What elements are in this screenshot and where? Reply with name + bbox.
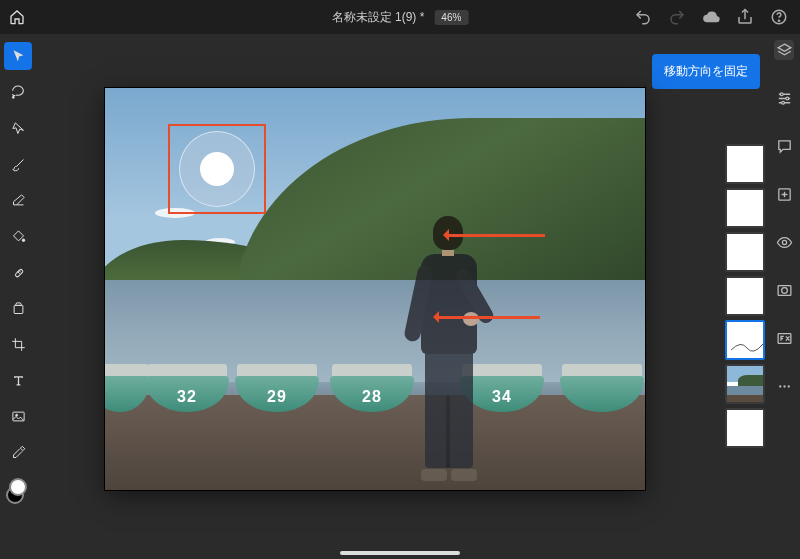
person-subject	[405, 216, 490, 481]
add-layer-icon[interactable]	[774, 184, 794, 204]
boat	[560, 350, 644, 412]
eraser-tool[interactable]	[4, 186, 32, 214]
svg-point-10	[781, 101, 784, 104]
type-tool[interactable]	[4, 366, 32, 394]
share-button[interactable]	[736, 8, 754, 26]
boat: 29	[235, 350, 319, 412]
boat: 28	[330, 350, 414, 412]
layer-thumb[interactable]	[725, 408, 765, 448]
lasso-tool[interactable]	[4, 78, 32, 106]
layer-thumb-selected[interactable]	[725, 320, 765, 360]
svg-rect-15	[778, 333, 791, 343]
properties-panel-icon[interactable]	[774, 88, 794, 108]
undo-button[interactable]	[634, 8, 652, 26]
heal-tool[interactable]	[4, 258, 32, 286]
top-bar: 名称未設定 1(9) * 46%	[0, 0, 800, 34]
visibility-icon[interactable]	[774, 232, 794, 252]
home-indicator	[340, 551, 460, 555]
redo-button[interactable]	[668, 8, 686, 26]
svg-point-3	[22, 239, 25, 242]
touch-ring-icon	[179, 131, 255, 207]
svg-point-14	[781, 287, 787, 293]
svg-point-18	[787, 385, 789, 387]
annotation-arrow	[445, 234, 545, 237]
left-toolbar	[0, 34, 36, 559]
mask-icon[interactable]	[774, 280, 794, 300]
annotation-highlight-box	[168, 124, 266, 214]
layer-thumb[interactable]	[725, 232, 765, 272]
lock-direction-button[interactable]: 移動方向を固定	[652, 54, 760, 89]
layer-thumb[interactable]	[725, 144, 765, 184]
brush-tool[interactable]	[4, 150, 32, 178]
right-panel-strip	[768, 34, 800, 559]
layer-thumb[interactable]	[725, 276, 765, 316]
comments-panel-icon[interactable]	[774, 136, 794, 156]
fill-tool[interactable]	[4, 222, 32, 250]
layer-thumb[interactable]	[725, 188, 765, 228]
document-title: 名称未設定 1(9) *	[332, 9, 425, 26]
home-button[interactable]	[0, 0, 34, 34]
svg-point-12	[782, 240, 786, 244]
svg-point-2	[13, 97, 15, 99]
svg-point-17	[783, 385, 785, 387]
layers-panel	[722, 144, 768, 448]
svg-point-9	[785, 97, 788, 100]
svg-point-8	[780, 92, 783, 95]
zoom-level[interactable]: 46%	[434, 10, 468, 25]
place-image-tool[interactable]	[4, 402, 32, 430]
color-swatch[interactable]	[6, 478, 30, 502]
cloud-icon[interactable]	[702, 8, 720, 26]
canvas[interactable]: 32 29 28 34	[105, 88, 645, 490]
layers-panel-icon[interactable]	[774, 40, 794, 60]
eyedropper-tool[interactable]	[4, 438, 32, 466]
svg-point-1	[778, 20, 779, 21]
annotation-arrow	[435, 316, 540, 319]
move-tool[interactable]	[4, 42, 32, 70]
boat	[105, 350, 150, 412]
svg-point-16	[779, 385, 781, 387]
more-icon[interactable]	[774, 376, 794, 396]
selection-tool[interactable]	[4, 114, 32, 142]
layer-thumb[interactable]	[725, 364, 765, 404]
boat: 32	[145, 350, 229, 412]
help-button[interactable]	[770, 8, 788, 26]
svg-rect-5	[14, 305, 23, 313]
clone-tool[interactable]	[4, 294, 32, 322]
workspace: 移動方向を固定 32 29	[0, 34, 800, 559]
crop-tool[interactable]	[4, 330, 32, 358]
fx-icon[interactable]	[774, 328, 794, 348]
